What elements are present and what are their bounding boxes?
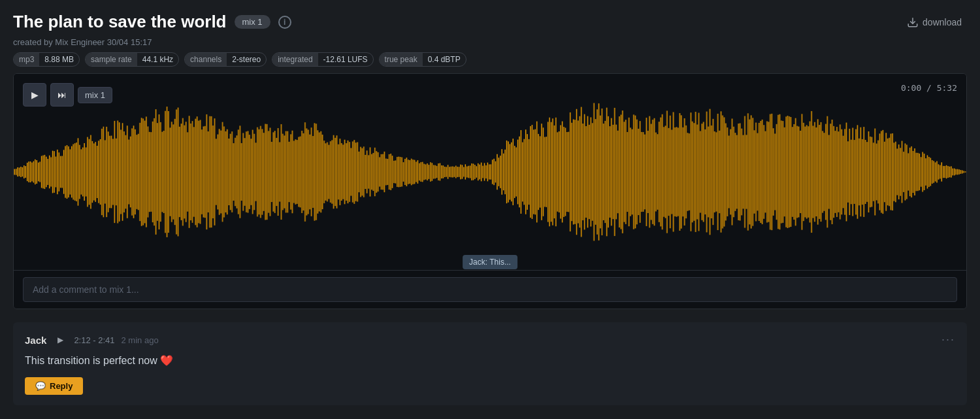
comment-header: Jack ▶ 2:12 - 2:41 2 min ago: [25, 333, 955, 347]
skip-button[interactable]: ⏭: [50, 83, 74, 107]
waveform-canvas[interactable]: [14, 74, 966, 270]
play-button[interactable]: ▶: [23, 83, 46, 107]
comment-input-row: [14, 270, 966, 309]
reply-icon: 💬: [35, 381, 46, 391]
meta-tag-sample-rate: sample rate44.1 kHz: [85, 52, 179, 67]
comment-marker[interactable]: Jack: This...: [463, 255, 517, 269]
comment-input[interactable]: [23, 277, 957, 302]
comment-item: Jack ▶ 2:12 - 2:41 2 min ago ··· This tr…: [13, 322, 967, 405]
meta-tag-mp3: mp38.88 MB: [13, 52, 80, 67]
meta-tag-true-peak: true peak0.4 dBTP: [379, 52, 466, 67]
download-button[interactable]: download: [902, 14, 967, 31]
title-row: The plan to save the world mix 1 i downl…: [13, 12, 967, 32]
waveform-section[interactable]: ▶ ⏭ mix 1 0:00 / 5:32 Jack: This...: [13, 73, 967, 309]
page-header: The plan to save the world mix 1 i downl…: [0, 0, 980, 73]
subtitle: created by Mix Engineer 30/04 15:17: [13, 37, 967, 47]
info-icon[interactable]: i: [278, 16, 291, 29]
mix-badge: mix 1: [235, 15, 270, 29]
comment-more-button[interactable]: ···: [941, 333, 955, 346]
download-icon: [907, 16, 919, 28]
comment-time-range: 2:12 - 2:41: [74, 335, 114, 345]
comments-section: Jack ▶ 2:12 - 2:41 2 min ago ··· This tr…: [0, 309, 980, 418]
comment-author: Jack: [25, 335, 46, 346]
page-title: The plan to save the world: [13, 12, 227, 32]
comment-age: 2 min ago: [122, 335, 159, 345]
playback-controls: ▶ ⏭ mix 1: [23, 83, 112, 107]
time-display: 0:00 / 5:32: [901, 83, 957, 93]
reply-label: Reply: [50, 381, 73, 391]
reply-button[interactable]: 💬 Reply: [25, 377, 83, 395]
waveform-mix-label: mix 1: [78, 87, 112, 103]
meta-tag-channels: channels2-stereo: [184, 52, 267, 67]
comment-text: This transition is perfect now ❤️: [25, 354, 955, 368]
comment-play-button[interactable]: ▶: [53, 333, 67, 347]
meta-tag-integrated: integrated-12.61 LUFS: [272, 52, 373, 67]
meta-row: mp38.88 MBsample rate44.1 kHzchannels2-s…: [13, 52, 967, 67]
